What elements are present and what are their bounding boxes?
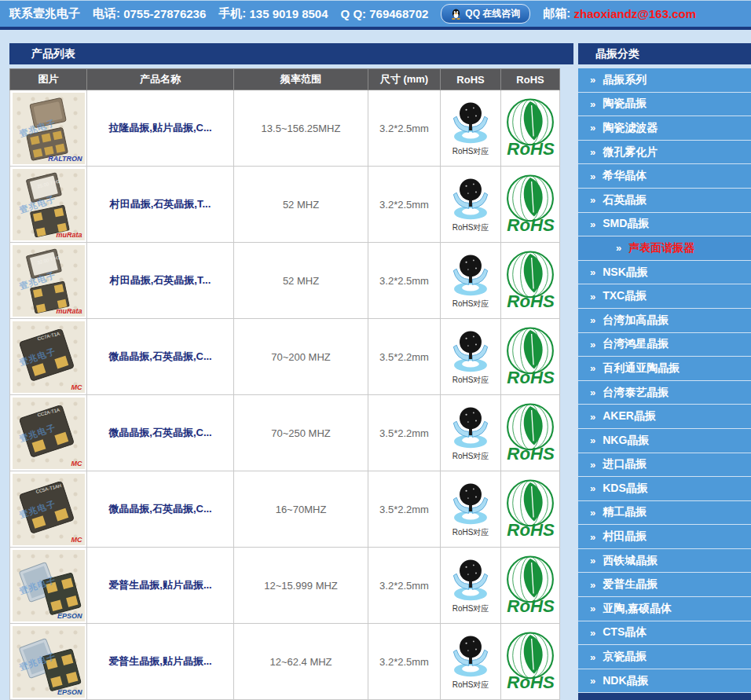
product-image[interactable]: 壹兆电子 RALTRON <box>13 93 85 164</box>
product-name-link[interactable]: 微晶晶振,石英晶振,C... <box>108 503 211 515</box>
sidebar-category-item[interactable]: » 台湾加高晶振 <box>578 309 751 332</box>
sidebar-category-item[interactable]: » 陶瓷晶振 <box>578 93 751 116</box>
double-chevron-icon: » <box>590 339 595 350</box>
top-contact-bar: 联系壹兆电子 电话: 0755-27876236 手机: 135 9019 85… <box>0 0 751 30</box>
product-image-cell: 壹兆电子 EPSON <box>10 624 87 700</box>
sidebar-category-item[interactable]: » NDK晶振 <box>578 669 751 693</box>
sidebar-item-label: NDK晶振 <box>603 674 648 688</box>
product-image[interactable]: 壹兆电子 25.00 7 H1 muRata <box>13 169 85 240</box>
double-chevron-icon: » <box>590 675 595 687</box>
table-row: 壹兆电子 EPSON 爱普生晶振,贴片晶振... 12~62.4 MHZ 3.2… <box>10 624 560 700</box>
category-sidebar: 晶振分类 » 晶振系列 » 陶瓷晶振 » 陶瓷滤波器 » 微孔雾化片 » 希华晶… <box>578 43 751 700</box>
package-size: 3.2*2.5mm <box>379 656 429 668</box>
svg-text:RoHS: RoHS <box>507 519 555 539</box>
double-chevron-icon: » <box>590 482 595 494</box>
double-chevron-icon: » <box>590 146 595 158</box>
double-chevron-icon: » <box>590 74 595 86</box>
rohs-green-leaf-logo: RoHS <box>504 248 556 311</box>
frequency-range: 70~200 MHZ <box>271 351 331 363</box>
rohs-badge-label: RoHS对应 <box>446 451 495 462</box>
sidebar-item-label: 陶瓷晶振 <box>603 97 647 111</box>
product-image[interactable]: 壹兆电子 CC5A-T1AH MC <box>13 474 85 545</box>
product-name-link[interactable]: 爱普生晶振,贴片晶振... <box>108 655 211 667</box>
product-image[interactable]: 壹兆电子 EPSON <box>13 626 85 698</box>
sidebar-category-item[interactable]: » KDS晶振 <box>578 477 751 500</box>
rohs-green-leaf-logo: RoHS <box>504 172 556 235</box>
sidebar-category-item[interactable]: » 亚陶,嘉硕晶体 <box>578 597 751 621</box>
sidebar-item-label: 陶瓷滤波器 <box>603 121 658 135</box>
product-name-link[interactable]: 爱普生晶振,贴片晶振... <box>108 579 211 591</box>
double-chevron-icon: » <box>590 531 595 543</box>
double-chevron-icon: » <box>590 651 595 663</box>
email-address[interactable]: 邮箱: zhaoxiandz@163.com <box>543 6 696 21</box>
sidebar-category-item[interactable]: » 精工晶振 <box>578 501 751 525</box>
double-chevron-icon: » <box>590 314 595 326</box>
product-name-link[interactable]: 拉隆晶振,贴片晶振,C... <box>108 122 211 134</box>
frequency-range: 52 MHZ <box>283 275 319 287</box>
table-row: 壹兆电子 CC5A-T1AH MC 微晶晶振,石英晶振,C... 16~70MH… <box>10 471 560 548</box>
svg-text:RoHS: RoHS <box>507 596 555 615</box>
sidebar-category-item[interactable]: » 台湾鸿星晶振 <box>578 333 751 357</box>
package-size: 3.2*2.5mm <box>379 123 429 134</box>
sidebar-category-item[interactable]: » CTS晶体 <box>578 621 751 645</box>
sidebar-item-label: 精工晶振 <box>603 505 647 519</box>
frequency-range: 12~15.999 MHZ <box>264 580 338 592</box>
product-image-cell: 壹兆电子 32.00 T H1 muRata <box>10 243 87 319</box>
product-image[interactable]: 壹兆电子 CC2A-T1A MC <box>13 398 85 469</box>
sidebar-category-item[interactable]: » 进口晶振 <box>578 453 751 477</box>
product-image[interactable]: 壹兆电子 32.00 T H1 muRata <box>13 245 85 317</box>
product-list-panel: 产品列表 图片产品名称频率范围尺寸 (mm)RoHSRoHS 壹兆电子 RALT… <box>9 43 573 700</box>
sidebar-category-item[interactable]: » 晶振系列 <box>578 68 751 92</box>
qq-chat-button[interactable]: QQ 在线咨询 <box>441 4 530 24</box>
svg-text:RoHS: RoHS <box>507 367 555 387</box>
sidebar-category-item[interactable]: » 声表面谐振器 <box>578 236 751 260</box>
rohs-compliance-badge: RoHS对应 <box>446 481 495 538</box>
sidebar-category-item[interactable]: » 台湾泰艺晶振 <box>578 381 751 405</box>
sidebar-item-label: 亚陶,嘉硕晶体 <box>603 602 672 616</box>
sidebar-category-item[interactable]: » 百利通亚陶晶振 <box>578 357 751 380</box>
double-chevron-icon: » <box>590 411 595 423</box>
rohs-compliance-badge: RoHS对应 <box>446 176 495 233</box>
rohs-globe-hands-icon <box>446 176 495 222</box>
qq-penguin-icon <box>451 9 461 20</box>
sidebar-item-label: NSK晶振 <box>603 266 648 280</box>
rohs-compliance-badge: RoHS对应 <box>446 557 495 614</box>
frequency-range: 70~250 MHZ <box>271 427 331 439</box>
double-chevron-icon: » <box>590 266 595 278</box>
product-image[interactable]: 壹兆电子 EPSON <box>13 550 85 621</box>
sidebar-category-item[interactable]: » NKG晶振 <box>578 429 751 453</box>
product-name-link[interactable]: 微晶晶振,石英晶振,C... <box>108 427 211 438</box>
double-chevron-icon: » <box>590 603 595 614</box>
product-table-body: 壹兆电子 RALTRON 拉隆晶振,贴片晶振,C... 13.5~156.25M… <box>10 90 560 700</box>
sidebar-item-label: 微孔雾化片 <box>603 145 658 159</box>
product-image[interactable]: 壹兆电子 CC7A-T1A MC <box>13 321 85 393</box>
sidebar-category-item[interactable]: » 希华晶体 <box>578 164 751 188</box>
product-name-link[interactable]: 村田晶振,石英晶振,T... <box>110 274 211 286</box>
sidebar-footer-bar <box>578 693 751 700</box>
double-chevron-icon: » <box>590 507 595 519</box>
sidebar-item-label: 石英晶振 <box>603 193 647 207</box>
sidebar-item-label: SMD晶振 <box>603 217 649 231</box>
product-name-link[interactable]: 微晶晶振,石英晶振,C... <box>108 350 211 362</box>
sidebar-category-item[interactable]: » NSK晶振 <box>578 261 751 284</box>
sidebar-category-item[interactable]: » SMD晶振 <box>578 213 751 236</box>
sidebar-category-item[interactable]: » 村田晶振 <box>578 525 751 548</box>
rohs-compliance-badge: RoHS对应 <box>446 405 495 462</box>
sidebar-item-label: AKER晶振 <box>603 409 656 423</box>
sidebar-category-item[interactable]: » 石英晶振 <box>578 189 751 212</box>
column-header: 尺寸 (mm) <box>368 69 441 90</box>
sidebar-category-item[interactable]: » 微孔雾化片 <box>578 141 751 164</box>
brand-logo-text: EPSON <box>57 688 82 696</box>
sidebar-category-item[interactable]: » 陶瓷滤波器 <box>578 116 751 140</box>
double-chevron-icon: » <box>590 362 595 374</box>
rohs-badge-label: RoHS对应 <box>446 603 495 614</box>
product-name-link[interactable]: 村田晶振,石英晶振,T... <box>110 198 211 210</box>
rohs-compliance-badge: RoHS对应 <box>446 633 495 691</box>
sidebar-category-item[interactable]: » 京瓷晶振 <box>578 645 751 669</box>
sidebar-category-item[interactable]: » 西铁城晶振 <box>578 549 751 573</box>
rohs-green-leaf-logo: RoHS <box>504 629 556 692</box>
double-chevron-icon: » <box>590 170 595 182</box>
sidebar-category-item[interactable]: » AKER晶振 <box>578 405 751 428</box>
sidebar-category-item[interactable]: » TXC晶振 <box>578 284 751 308</box>
sidebar-category-item[interactable]: » 爱普生晶振 <box>578 573 751 596</box>
